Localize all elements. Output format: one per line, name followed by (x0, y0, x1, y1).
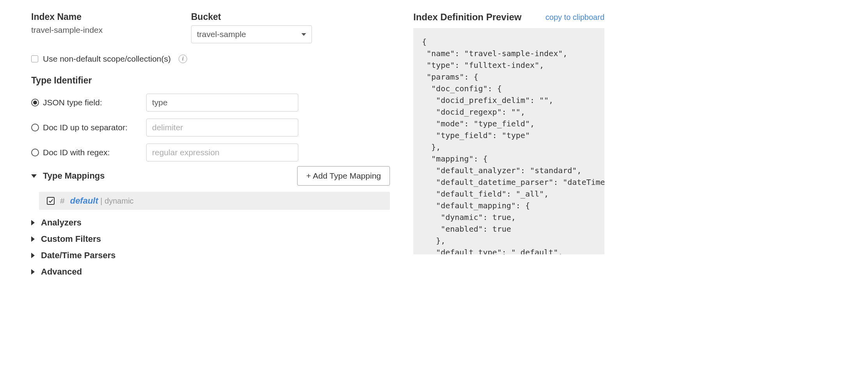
scope-collection-checkbox[interactable] (31, 55, 38, 62)
hash-icon: # (60, 196, 65, 206)
json-preview: { "name": "travel-sample-index", "type":… (413, 28, 604, 254)
type-identifier-heading: Type Identifier (31, 75, 390, 86)
radio-json-type-field[interactable] (31, 99, 39, 106)
type-mappings-section[interactable]: Type Mappings + Add Type Mapping (31, 166, 390, 186)
radio-json-type-label: JSON type field: (43, 98, 142, 107)
radio-docid-separator-label: Doc ID up to separator: (43, 123, 142, 132)
mapping-name: default (70, 196, 98, 206)
index-name-label: Index Name (31, 12, 172, 22)
radio-docid-regex[interactable] (31, 149, 39, 156)
bucket-select[interactable]: travel-sample (191, 25, 312, 43)
bucket-label: Bucket (191, 12, 312, 22)
radio-docid-regex-label: Doc ID with regex: (43, 148, 142, 157)
info-icon[interactable]: i (179, 55, 187, 63)
check-icon (48, 199, 53, 204)
advanced-section[interactable]: Advanced (31, 267, 390, 277)
json-type-input[interactable] (146, 94, 298, 112)
scope-collection-label: Use non-default scope/collection(s) (43, 54, 171, 64)
docid-regex-input[interactable] (146, 144, 298, 161)
preview-title: Index Definition Preview (413, 12, 521, 23)
datetime-parsers-label: Date/Time Parsers (41, 250, 116, 261)
copy-to-clipboard-link[interactable]: copy to clipboard (546, 13, 604, 22)
mapping-enabled-checkbox[interactable] (47, 197, 55, 205)
radio-docid-separator[interactable] (31, 124, 39, 131)
custom-filters-section[interactable]: Custom Filters (31, 234, 390, 244)
mapping-sep: | (98, 197, 105, 205)
mapping-item-default[interactable]: # default | dynamic (39, 192, 390, 210)
caret-down-icon (301, 33, 306, 36)
chevron-down-icon (31, 174, 37, 178)
type-mappings-label: Type Mappings (43, 171, 105, 181)
add-type-mapping-button[interactable]: + Add Type Mapping (297, 166, 390, 186)
chevron-right-icon (31, 253, 35, 258)
chevron-right-icon (31, 220, 35, 225)
datetime-parsers-section[interactable]: Date/Time Parsers (31, 250, 390, 261)
docid-separator-input[interactable] (146, 119, 298, 137)
chevron-right-icon (31, 236, 35, 242)
custom-filters-label: Custom Filters (41, 234, 101, 244)
analyzers-label: Analyzers (41, 218, 81, 228)
chevron-right-icon (31, 269, 35, 275)
index-name-value: travel-sample-index (31, 25, 172, 35)
mapping-dynamic: dynamic (105, 197, 133, 205)
advanced-label: Advanced (41, 267, 82, 277)
bucket-select-value: travel-sample (197, 30, 246, 39)
analyzers-section[interactable]: Analyzers (31, 218, 390, 228)
